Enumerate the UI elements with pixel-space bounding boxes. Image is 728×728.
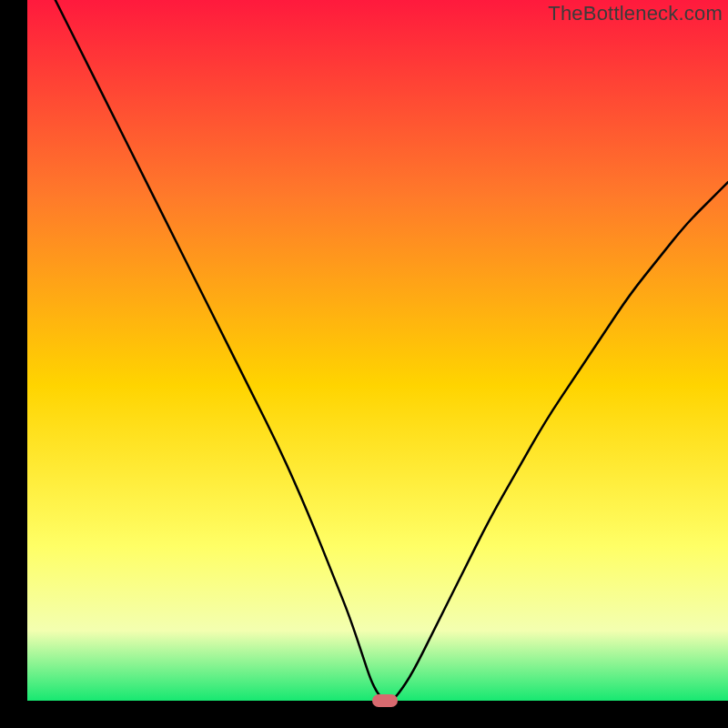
watermark-text: TheBottleneck.com [548,2,723,25]
chart-area: TheBottleneck.com [27,0,728,701]
min-marker [372,694,398,707]
bottleneck-curve [27,0,728,701]
